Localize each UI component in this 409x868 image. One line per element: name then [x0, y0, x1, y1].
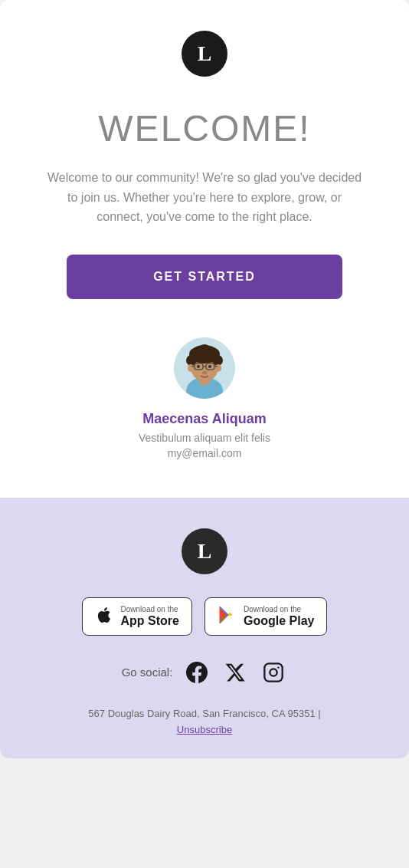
app-store-sub: Download on the	[121, 606, 178, 613]
profile-section: Maecenas Aliquam Vestibulum aliquam elit…	[23, 337, 386, 459]
svg-point-9	[198, 344, 211, 358]
app-buttons: Download on the App Store Download on th…	[23, 597, 386, 636]
unsubscribe-link[interactable]: Unsubscribe	[23, 724, 386, 735]
email-container: L WELCOME! Welcome to our community! We'…	[0, 0, 409, 758]
instagram-icon[interactable]	[260, 659, 287, 686]
profile-email: my@email.com	[23, 447, 386, 459]
logo-circle: L	[182, 31, 227, 77]
google-play-sub: Download on the	[244, 606, 301, 613]
svg-point-19	[202, 371, 207, 374]
logo-letter: L	[198, 43, 212, 64]
svg-point-10	[188, 364, 194, 372]
welcome-text: Welcome to our community! We're so glad …	[44, 168, 365, 227]
footer-logo-circle: L	[182, 528, 227, 574]
social-row: Go social:	[23, 659, 386, 686]
app-store-text: Download on the App Store	[121, 606, 179, 627]
footer-address: 567 Douglas Dairy Road, San Francisco, C…	[23, 708, 386, 719]
profile-name: Maecenas Aliquam	[23, 411, 386, 427]
get-started-button[interactable]: GET STARTED	[67, 255, 342, 299]
svg-point-17	[197, 365, 200, 368]
social-label: Go social:	[122, 666, 173, 679]
facebook-icon[interactable]	[183, 659, 211, 686]
google-play-button[interactable]: Download on the Google Play	[204, 597, 327, 636]
profile-tagline: Vestibulum aliquam elit felis	[23, 432, 386, 444]
svg-point-22	[278, 666, 280, 668]
google-play-label: Google Play	[244, 615, 314, 627]
footer: L Download on the App Store	[0, 498, 409, 758]
svg-point-18	[208, 365, 211, 368]
svg-point-21	[270, 669, 277, 676]
svg-rect-20	[265, 663, 283, 681]
apple-icon	[95, 606, 113, 627]
svg-point-11	[215, 364, 221, 372]
google-play-icon	[218, 606, 236, 627]
app-store-button[interactable]: Download on the App Store	[82, 597, 192, 636]
avatar-image	[174, 337, 235, 399]
footer-logo-letter: L	[198, 541, 212, 562]
app-store-label: App Store	[121, 615, 179, 627]
avatar	[174, 337, 235, 399]
google-play-text: Download on the Google Play	[244, 606, 314, 627]
welcome-title: WELCOME!	[23, 107, 386, 150]
x-twitter-icon[interactable]	[221, 659, 249, 686]
main-content: L WELCOME! Welcome to our community! We'…	[0, 0, 409, 498]
